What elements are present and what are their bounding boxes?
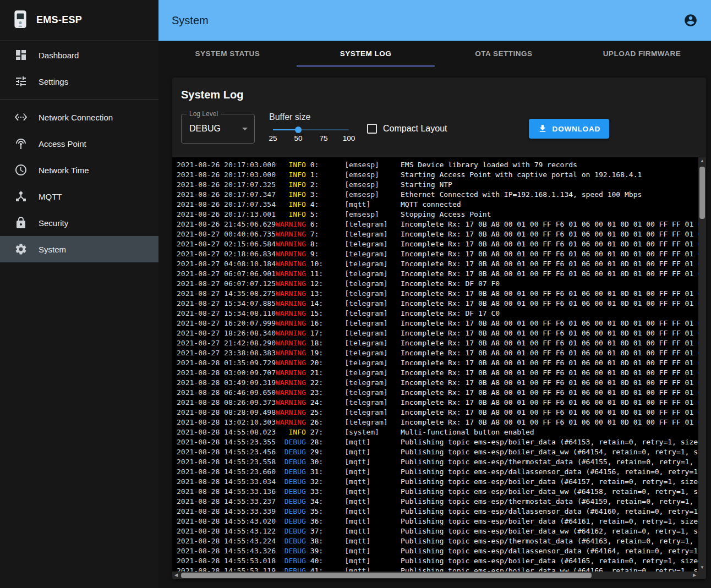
log-line: 2021-08-26 20:17:03.000 INFO 0: [emsesp]… xyxy=(177,160,694,170)
slider-mark-label: 50 xyxy=(294,134,302,142)
buffer-size-group: Buffer size 255075100 xyxy=(269,112,353,145)
log-line: 2021-08-28 14:55:43.020 DEBUG 36: [mqtt]… xyxy=(177,516,694,526)
slider-mark-label: 25 xyxy=(269,134,277,142)
log-line: 2021-08-28 06:46:09.650WARNING 23: [tele… xyxy=(177,388,694,398)
sidebar-item-mqtt[interactable]: MQTT xyxy=(0,183,158,210)
log-line: 2021-08-26 20:17:07.354 INFO 4: [mqtt] M… xyxy=(177,200,694,210)
log-line: 2021-08-27 06:07:06.901WARNING 11: [tele… xyxy=(177,269,694,279)
log-line: 2021-08-27 02:15:06.584WARNING 8: [teleg… xyxy=(177,239,694,249)
slider-mark-label: 75 xyxy=(319,134,327,142)
buffer-size-label: Buffer size xyxy=(269,112,353,122)
sidebar-item-label: Settings xyxy=(39,77,68,86)
clock-icon xyxy=(14,163,28,177)
horizontal-scrollbar-thumb[interactable] xyxy=(181,573,592,578)
log-output: 2021-08-26 20:17:03.000 INFO 0: [emsesp]… xyxy=(172,157,706,576)
active-tab-indicator xyxy=(297,65,435,67)
log-line: 2021-08-28 14:55:43.122 DEBUG 37: [mqtt]… xyxy=(177,526,694,536)
buffer-size-slider[interactable]: 255075100 xyxy=(273,123,349,145)
sidebar-nav: DashboardSettingsNetwork ConnectionAcces… xyxy=(0,41,158,263)
slider-thumb[interactable] xyxy=(295,127,302,133)
log-line: 2021-08-28 08:28:09.498WARNING 25: [tele… xyxy=(177,408,694,417)
header: System xyxy=(158,0,711,41)
download-button[interactable]: DOWNLOAD xyxy=(529,119,609,139)
sidebar-item-settings[interactable]: Settings xyxy=(0,68,158,95)
compact-layout-checkbox[interactable]: Compact Layout xyxy=(367,124,447,134)
tab-ota-settings[interactable]: OTA SETTINGS xyxy=(435,41,573,67)
scroll-down-arrow[interactable]: ▼ xyxy=(698,564,706,571)
log-line: 2021-08-27 18:26:08.340WARNING 17: [tele… xyxy=(177,328,694,338)
sidebar-item-label: Security xyxy=(39,218,68,228)
vertical-scrollbar-thumb[interactable] xyxy=(699,167,705,219)
content-area: System Log Log Level DEBUG Buffer size xyxy=(158,67,711,588)
log-level-select[interactable]: Log Level DEBUG xyxy=(181,114,255,144)
log-line: 2021-08-28 14:55:08.023 INFO 27: [system… xyxy=(177,427,694,437)
log-line: 2021-08-28 14:55:43.326 DEBUG 39: [mqtt]… xyxy=(177,546,694,556)
log-line: 2021-08-26 20:17:07.325 INFO 2: [emsesp]… xyxy=(177,180,694,190)
scroll-right-arrow[interactable]: ▶ xyxy=(691,571,698,579)
scroll-left-arrow[interactable]: ◀ xyxy=(172,571,180,579)
slider-mark-label: 100 xyxy=(343,134,356,142)
sidebar-item-security[interactable]: Security xyxy=(0,210,158,236)
page-title: System xyxy=(172,14,209,27)
log-controls: Log Level DEBUG Buffer size 255075100 xyxy=(172,108,706,157)
log-line: 2021-08-28 03:00:09.707WARNING 21: [tele… xyxy=(177,368,694,378)
tab-upload-firmware[interactable]: UPLOAD FIRMWARE xyxy=(573,41,711,67)
log-line: 2021-08-27 21:42:08.290WARNING 18: [tele… xyxy=(177,338,694,348)
compact-layout-label: Compact Layout xyxy=(383,124,447,134)
sidebar-item-dashboard[interactable]: Dashboard xyxy=(0,42,158,68)
log-line: 2021-08-28 14:55:53.018 DEBUG 40: [mqtt]… xyxy=(177,556,694,566)
log-line: 2021-08-28 13:02:10.303WARNING 26: [tele… xyxy=(177,417,694,427)
log-line: 2021-08-27 23:38:08.383WARNING 19: [tele… xyxy=(177,348,694,358)
log-line: 2021-08-26 21:45:06.629WARNING 6: [teleg… xyxy=(177,219,694,229)
log-line: 2021-08-26 20:17:07.347 INFO 3: [emsesp]… xyxy=(177,190,694,200)
system-log-card: System Log Log Level DEBUG Buffer size xyxy=(172,78,706,579)
sidebar-item-label: Network Time xyxy=(39,166,89,175)
log-line: 2021-08-27 00:40:06.735WARNING 7: [teleg… xyxy=(177,229,694,239)
main-column: System SYSTEM STATUSSYSTEM LOGOTA SETTIN… xyxy=(158,0,711,588)
log-line: 2021-08-28 14:55:33.136 DEBUG 33: [mqtt]… xyxy=(177,487,694,497)
sidebar: EMS-ESP DashboardSettingsNetwork Connect… xyxy=(0,0,158,588)
sidebar-item-label: Network Connection xyxy=(39,113,113,122)
sidebar-item-system[interactable]: System xyxy=(0,236,158,262)
tab-system-log[interactable]: SYSTEM LOG xyxy=(297,41,435,67)
scrollbar-corner xyxy=(698,571,706,579)
log-line: 2021-08-28 08:26:09.373WARNING 24: [tele… xyxy=(177,398,694,408)
checkbox-box[interactable] xyxy=(367,124,377,134)
log-line: 2021-08-28 14:55:33.237 DEBUG 34: [mqtt]… xyxy=(177,497,694,507)
wifi-tethering-icon xyxy=(14,137,28,150)
log-line: 2021-08-28 14:55:23.456 DEBUG 29: [mqtt]… xyxy=(177,447,694,457)
vertical-scrollbar[interactable]: ▲ ▼ xyxy=(698,157,706,571)
device-hub-icon xyxy=(14,190,28,203)
log-console: 2021-08-26 20:17:03.000 INFO 0: [emsesp]… xyxy=(172,157,706,579)
app-window: EMS-ESP DashboardSettingsNetwork Connect… xyxy=(0,0,711,588)
tab-system-status[interactable]: SYSTEM STATUS xyxy=(158,41,297,67)
log-level-label: Log Level xyxy=(187,110,221,118)
scroll-up-arrow[interactable]: ▲ xyxy=(698,157,706,165)
app-logo: EMS-ESP xyxy=(0,0,158,41)
chevron-down-icon xyxy=(242,128,248,130)
download-button-label: DOWNLOAD xyxy=(553,125,600,133)
sidebar-item-label: System xyxy=(39,245,66,254)
log-line: 2021-08-28 14:55:33.034 DEBUG 32: [mqtt]… xyxy=(177,477,694,487)
log-line: 2021-08-26 20:17:13.001 INFO 5: [emsesp]… xyxy=(177,210,694,219)
sidebar-item-network-time[interactable]: Network Time xyxy=(0,157,158,183)
tune-icon xyxy=(14,75,28,88)
sidebar-item-network-connection[interactable]: Network Connection xyxy=(0,104,158,130)
app-title: EMS-ESP xyxy=(36,14,82,26)
sidebar-item-access-point[interactable]: Access Point xyxy=(0,130,158,157)
log-line: 2021-08-28 14:55:23.558 DEBUG 30: [mqtt]… xyxy=(177,457,694,467)
card-title: System Log xyxy=(172,78,706,108)
account-icon[interactable] xyxy=(683,13,698,28)
tab-bar: SYSTEM STATUSSYSTEM LOGOTA SETTINGSUPLOA… xyxy=(158,41,711,67)
log-line: 2021-08-26 20:17:03.000 INFO 1: [emsesp]… xyxy=(177,170,694,180)
lock-icon xyxy=(14,216,28,229)
horizontal-scrollbar[interactable]: ◀ ▶ xyxy=(172,571,698,579)
log-line: 2021-08-28 01:35:09.729WARNING 20: [tele… xyxy=(177,358,694,368)
log-line: 2021-08-28 14:55:23.355 DEBUG 28: [mqtt]… xyxy=(177,437,694,447)
log-line: 2021-08-27 02:18:06.834WARNING 9: [teleg… xyxy=(177,249,694,259)
sidebar-item-label: Access Point xyxy=(39,139,86,149)
log-line: 2021-08-27 14:35:08.275WARNING 13: [tele… xyxy=(177,289,694,299)
gear-icon xyxy=(14,243,28,256)
log-line: 2021-08-27 15:34:07.885WARNING 14: [tele… xyxy=(177,299,694,309)
log-line: 2021-08-28 14:55:43.224 DEBUG 38: [mqtt]… xyxy=(177,536,694,546)
